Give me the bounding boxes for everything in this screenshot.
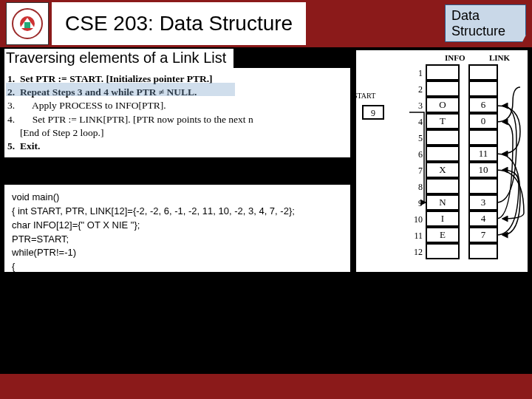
code-line-5: while(PTR!=-1): [12, 246, 343, 260]
svg-rect-2: [24, 22, 30, 28]
badge-line-2: Structure: [451, 24, 505, 38]
info-cell: [426, 178, 460, 194]
start-value-box: 9: [362, 105, 384, 120]
row-index: 9: [409, 198, 426, 209]
array-row: 12: [409, 244, 498, 260]
topic-badge: Data Structure: [445, 4, 526, 42]
row-index: 4: [409, 117, 426, 128]
array-row: 1: [409, 65, 498, 81]
info-cell: X: [426, 162, 460, 178]
algo-step-3: 3. Apply PROCESS to INFO[PTR].: [7, 99, 346, 112]
code-line-2: { int START, PTR, LINK[12]={-2, -2, 6, -…: [12, 205, 343, 219]
array-row: 10I4: [409, 211, 498, 228]
array-row: 9N3: [409, 195, 498, 211]
link-cell: [468, 243, 498, 259]
code-line-6: {: [12, 260, 343, 274]
row-index: 1: [409, 68, 426, 79]
algo-loop-end: [End of Step 2 loop.]: [7, 126, 346, 140]
code-line-1: void main(): [12, 191, 343, 205]
row-index: 2: [409, 84, 426, 95]
algo-step-5: 5. Exit.: [7, 140, 346, 153]
code-line-3: char INFO[12]={" OT X NIE "};: [12, 219, 343, 233]
array-row: 4T0: [409, 114, 498, 130]
algo-step-4: 4. Set PTR := LINK[PTR]. [PTR now points…: [7, 113, 346, 126]
info-cell: O: [426, 97, 460, 113]
header: CSE 203: Data Structure Data Structure: [0, 0, 532, 47]
code-listing: void main() { int START, PTR, LINK[12]={…: [4, 185, 350, 272]
algo-step-1: 1. Set PTR := START. [Initializes pointe…: [7, 72, 346, 86]
link-cell: [468, 81, 498, 97]
col-header-link: LINK: [489, 53, 510, 62]
row-index: 6: [409, 149, 426, 160]
start-label: START: [353, 92, 375, 100]
row-index: 7: [409, 166, 426, 177]
footer-bar: [0, 374, 532, 399]
array-row: 3O6: [409, 98, 498, 114]
info-cell: I: [426, 211, 460, 227]
row-index: 12: [409, 247, 426, 258]
slide-subtitle: Traversing elements of a Link List: [4, 49, 233, 69]
link-cell: 4: [468, 211, 498, 227]
info-cell: E: [426, 227, 460, 243]
link-cell: [468, 178, 498, 194]
algo-step-2: 2. Repeat Steps 3 and 4 while PTR ≠ NULL…: [7, 86, 346, 99]
university-logo: [6, 2, 49, 45]
array-row: 8: [409, 179, 498, 195]
info-cell: [426, 81, 460, 97]
link-cell: 0: [468, 113, 498, 129]
info-cell: [426, 129, 460, 146]
link-cell: 6: [468, 97, 498, 113]
info-cell: N: [426, 194, 460, 211]
row-index: 8: [409, 182, 426, 193]
row-index: 5: [409, 133, 426, 144]
info-cell: [426, 146, 460, 162]
course-title: CSE 203: Data Structure: [52, 2, 306, 45]
array-row: 2: [409, 81, 498, 98]
link-cell: [468, 64, 498, 81]
col-header-info: INFO: [445, 53, 466, 62]
algorithm-figure: 1. Set PTR := START. [Initializes pointe…: [4, 68, 350, 157]
row-index: 10: [409, 214, 426, 225]
linked-list-diagram: INFO LINK START 9 123O64T056117X1089N310…: [356, 50, 528, 272]
info-cell: T: [426, 113, 460, 129]
array-row: 5: [409, 130, 498, 146]
link-cell: 3: [468, 194, 498, 211]
array-row: 11E7: [409, 228, 498, 244]
array-row: 7X10: [409, 163, 498, 179]
link-cell: 11: [468, 146, 498, 162]
row-index: 11: [409, 231, 426, 242]
info-cell: [426, 64, 460, 81]
code-line-4: PTR=START;: [12, 233, 343, 247]
row-index: 3: [409, 100, 426, 112]
link-cell: 10: [468, 162, 498, 178]
info-cell: [426, 243, 460, 259]
array-row: 611: [409, 146, 498, 163]
badge-line-1: Data: [451, 8, 480, 23]
array-grid: 123O64T056117X1089N310I411E712: [409, 65, 498, 260]
link-cell: 7: [468, 227, 498, 243]
link-cell: [468, 129, 498, 146]
